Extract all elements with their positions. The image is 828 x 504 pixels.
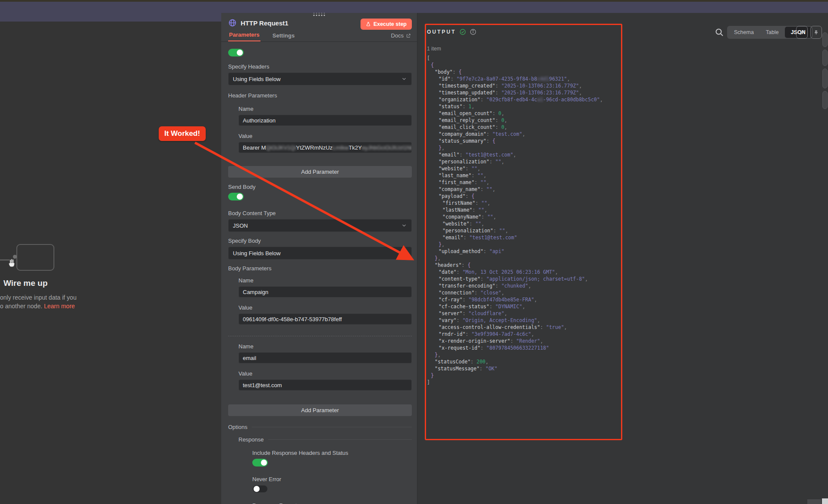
wire-line2: o another node. xyxy=(0,303,44,310)
json-line: "statusMessage": "OK" xyxy=(427,365,811,372)
json-line: "timestamp_created": "2025-10-13T06:23:1… xyxy=(427,82,811,89)
json-line: ] xyxy=(427,379,811,386)
response-section: Response xyxy=(238,436,412,443)
search-icon[interactable] xyxy=(714,27,724,38)
corner-scrollbar[interactable] xyxy=(807,499,821,504)
json-line: "website": "", xyxy=(427,220,811,227)
json-line: } xyxy=(427,372,811,379)
json-line: "website": "", xyxy=(427,165,811,172)
execute-step-button[interactable]: Execute step xyxy=(361,19,412,30)
wire-me-up-title: Wire me up xyxy=(3,279,47,288)
json-line: "cf-ray": "98dcbf47db4be85e-FRA", xyxy=(427,296,811,303)
json-line: "email": "test1@test.com", xyxy=(427,151,811,158)
name-label: Name xyxy=(238,343,412,350)
header-value-input[interactable]: Bearer MQiOiJKV1QiYtZWRmNzUzLmIkwTk2YeyJ… xyxy=(238,142,412,153)
json-line: [ xyxy=(427,55,811,62)
tab-settings[interactable]: Settings xyxy=(272,32,295,41)
body-param1-name-input[interactable]: Campaign xyxy=(238,286,412,297)
side-rail-button[interactable] xyxy=(822,91,828,109)
value-label: Value xyxy=(238,133,412,139)
pin-data-button[interactable] xyxy=(810,26,822,39)
json-line: "email_open_count": 0, xyxy=(427,110,811,117)
specify-headers-select[interactable]: Using Fields Below xyxy=(228,72,412,85)
json-line: "body": { xyxy=(427,69,811,75)
body-content-type-label: Body Content Type xyxy=(228,210,412,216)
chevron-down-icon xyxy=(401,250,407,256)
annotation-badge: It Worked! xyxy=(159,126,206,141)
include-response-headers-label: Include Response Headers and Status xyxy=(252,450,412,456)
side-rail-button[interactable] xyxy=(822,32,828,47)
response-label: Response xyxy=(238,436,264,443)
tab-parameters[interactable]: Parameters xyxy=(228,31,260,41)
tab-bar: Parameters Settings Docs xyxy=(221,33,417,42)
wire-line1: only receive input data if you xyxy=(0,294,76,301)
options-section: Options xyxy=(228,424,412,430)
name-label: Name xyxy=(238,106,412,112)
send-body-toggle[interactable] xyxy=(228,193,244,200)
json-line: "x-request-id": "8079784506633227118" xyxy=(427,344,811,351)
node-title: HTTP Request1 xyxy=(241,19,289,27)
side-rail-button[interactable] xyxy=(822,50,828,66)
never-error-toggle[interactable] xyxy=(252,485,268,493)
header-name-input[interactable]: Authorization xyxy=(238,115,412,126)
grab-hand-icon xyxy=(6,257,17,268)
json-line: "companyName": "", xyxy=(427,213,811,220)
json-line: "connection": "close", xyxy=(427,289,811,296)
json-line: "last_name": "", xyxy=(427,172,811,179)
body-param2-value-input[interactable]: test1@test.com xyxy=(238,379,412,391)
body-param1-value-input[interactable]: 0961409f-df0c-458e-b747-53977b78feff xyxy=(238,313,412,325)
docs-link[interactable]: Docs xyxy=(391,32,411,41)
node-placeholder-outline[interactable] xyxy=(16,244,54,271)
json-line: }, xyxy=(427,255,811,262)
external-link-icon xyxy=(406,33,411,38)
corner-resize-handle[interactable] xyxy=(822,498,828,504)
json-line: }, xyxy=(427,351,811,358)
json-line: "payload": { xyxy=(427,193,811,200)
drag-handle-dots[interactable] xyxy=(314,13,325,16)
body-parameters-label: Body Parameters xyxy=(228,265,412,272)
add-parameter-button[interactable]: Add Parameter xyxy=(228,166,412,178)
json-line: { xyxy=(427,62,811,69)
chevron-down-icon xyxy=(401,222,407,229)
pencil-icon xyxy=(799,29,805,35)
json-line: "status": 1, xyxy=(427,103,811,110)
json-line: "access-control-allow-credentials": "tru… xyxy=(427,324,811,331)
json-line: "upload_method": "api" xyxy=(427,248,811,255)
include-response-headers-toggle[interactable] xyxy=(252,459,268,466)
send-query-toggle[interactable] xyxy=(228,49,244,56)
chevron-down-icon xyxy=(401,76,407,82)
json-line: "server": "cloudflare", xyxy=(427,310,811,317)
add-parameter-button[interactable]: Add Parameter xyxy=(228,404,412,416)
view-tab-schema[interactable]: Schema xyxy=(728,27,760,38)
json-line: "email_click_count": 0, xyxy=(427,124,811,131)
json-line: "content-type": "application/json; chars… xyxy=(427,275,811,282)
json-line: }, xyxy=(427,241,811,248)
body-param2-name-input[interactable]: email xyxy=(238,352,412,363)
json-line: "transfer-encoding": "chunked", xyxy=(427,282,811,289)
pin-icon xyxy=(813,30,819,35)
view-tab-table[interactable]: Table xyxy=(760,27,785,38)
json-line: "first_name": "", xyxy=(427,179,811,186)
json-line: "lastName": "", xyxy=(427,207,811,213)
specify-body-select[interactable]: Using Fields Below xyxy=(228,247,412,260)
learn-more-link[interactable]: Learn more xyxy=(44,303,75,310)
body-parameter-item: Name Campaign Value 0961409f-df0c-458e-b… xyxy=(238,277,412,325)
edit-output-button[interactable] xyxy=(796,26,808,39)
json-line: "company_name": "", xyxy=(427,186,811,193)
node-detail-panel: HTTP Request1 Execute step Parameters Se… xyxy=(221,13,417,504)
json-output-viewer[interactable]: [{"body": {"id": "9f7e7c2a-8a07-4235-9f8… xyxy=(427,55,811,501)
name-label: Name xyxy=(238,277,412,284)
never-error-label: Never Error xyxy=(252,476,412,482)
header-parameter-item: Name Authorization Value Bearer MQiOiJKV… xyxy=(238,106,412,153)
send-body-label: Send Body xyxy=(228,184,412,190)
json-line: }, xyxy=(427,144,811,151)
json-line: "firstName": "", xyxy=(427,200,811,207)
body-content-type-select[interactable]: JSON xyxy=(228,219,412,232)
json-line: "personalization": "", xyxy=(427,158,811,165)
side-rail-button[interactable] xyxy=(822,69,828,88)
parameter-divider xyxy=(228,336,412,336)
output-panel: OUTPUT 1 item Schema Table JSON [{"body"… xyxy=(417,13,828,504)
parameters-form: Specify Headers Using Fields Below Heade… xyxy=(221,42,417,504)
json-line: "statusCode": 200, xyxy=(427,358,811,365)
json-line: "date": "Mon, 13 Oct 2025 06:23:16 GMT", xyxy=(427,269,811,275)
